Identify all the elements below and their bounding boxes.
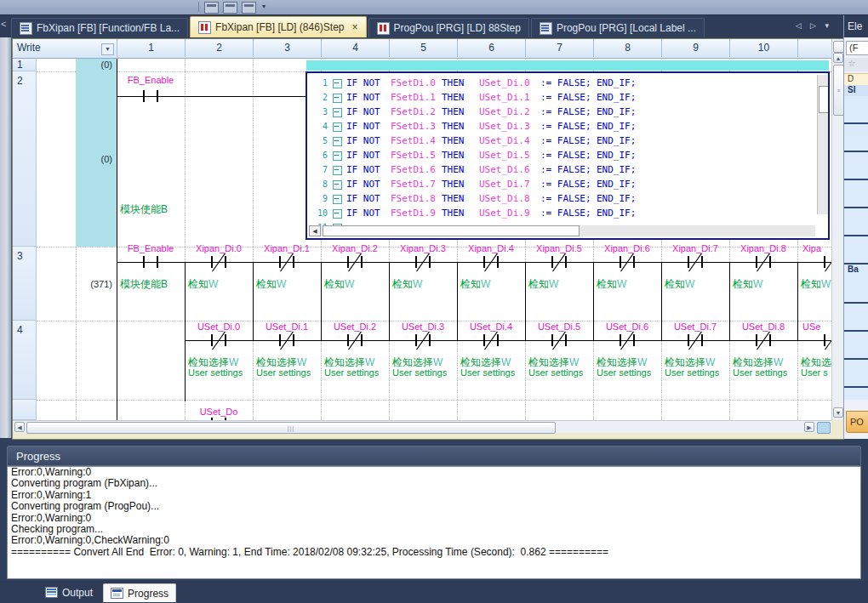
st-fold-icon[interactable] [333, 166, 342, 175]
st-code-line[interactable]: 8IF NOTFSetDi.7THENUSet_Di.7:= FALSE;END… [307, 178, 828, 192]
device-label[interactable]: Xipan_Di.4 [459, 243, 523, 253]
collapsed-panel-chevron-icon[interactable]: < [1, 19, 6, 29]
save-edit-icon[interactable] [242, 2, 256, 14]
scroll-up-icon[interactable]: ▲ [833, 53, 843, 63]
row-number-cell[interactable]: 4 [13, 321, 37, 400]
docked-panel-edge[interactable] [0, 37, 12, 438]
device-label[interactable]: FB_Enable [118, 243, 183, 253]
st-fold-icon[interactable] [333, 79, 342, 88]
st-fold-icon[interactable] [333, 108, 342, 117]
device-label[interactable]: Xipan_Di.6 [595, 243, 660, 253]
st-hscroll-thumb[interactable] [323, 225, 580, 236]
step-number-cell: (0) [76, 58, 117, 71]
device-label[interactable]: USet_Di.5 [527, 321, 591, 332]
ladder-horizontal-scrollbar[interactable]: ◀|||▶ [13, 420, 831, 433]
row-number-cell[interactable]: 1 [13, 58, 37, 71]
contact-bar [756, 334, 757, 346]
ladder-vertical-scrollbar[interactable]: ▲≡▼ [831, 39, 844, 420]
device-label[interactable]: USet_Di.2 [323, 321, 387, 332]
progress-log-line: Error:0,Warning:1 [8, 490, 860, 501]
progress-panel-titlebar[interactable]: Progress [7, 446, 861, 466]
st-code-line[interactable]: 4IF NOTFSetDi.3THENUSet_Di.3:= FALSE;END… [307, 120, 828, 134]
st-horizontal-scrollbar[interactable]: ◀ [309, 225, 815, 236]
pou-list-tab[interactable]: PO [846, 411, 868, 433]
document-tab[interactable]: FbXipan [FB] [Function/FB La... [11, 18, 188, 37]
st-fold-icon[interactable] [333, 209, 342, 219]
scroll-left-icon[interactable]: ◀ [309, 225, 321, 236]
hscroll-thumb[interactable]: ||| [26, 422, 556, 434]
device-label[interactable]: USe [802, 321, 831, 332]
toolbar-overflow-icon[interactable]: ▾ [262, 3, 266, 10]
device-label[interactable]: Xipan_Di.1 [254, 243, 319, 253]
edit-mode-dropdown[interactable]: ▼ [101, 43, 114, 55]
contact-bar [756, 256, 757, 268]
st-code-line[interactable]: 7IF NOTFSetDi.6THENUSet_Di.6:= FALSE;END… [307, 163, 828, 178]
st-fold-icon[interactable] [333, 94, 342, 103]
element-list-rows[interactable] [844, 276, 868, 400]
st-code-line[interactable]: 6IF NOTFSetDi.5THENUSet_Di.5:= FALSE;END… [307, 149, 828, 163]
progress-log-line: ========== Convert All End Error: 0, War… [8, 547, 860, 558]
device-label[interactable]: USet_Di.4 [459, 321, 523, 332]
device-label[interactable]: FB_Enable [118, 75, 183, 85]
ladder-document-icon [377, 22, 390, 35]
st-fold-icon[interactable] [333, 180, 342, 190]
row-number-cell[interactable]: 3 [13, 247, 37, 321]
st-fold-icon[interactable] [333, 137, 342, 146]
device-label[interactable]: Xipan_Di.2 [323, 243, 387, 253]
contact-bar [429, 256, 431, 268]
device-comment-line2: User s [801, 367, 828, 378]
st-code-line[interactable]: 10IF NOTFSetDi.9THENUSet_Di.9:= FALSE;EN… [307, 207, 828, 221]
close-icon[interactable]: × [351, 21, 357, 33]
switch-window-icon[interactable] [223, 2, 237, 14]
scroll-left-icon[interactable]: ◀ [14, 422, 25, 432]
dock-tab-progress[interactable]: Progress [103, 583, 176, 602]
device-label[interactable]: Xipan_Di.7 [663, 243, 728, 253]
scroll-right-icon[interactable]: ▶ [804, 422, 814, 432]
device-label[interactable]: Xipa [802, 243, 831, 253]
contact-bar [497, 256, 499, 268]
property-window-icon[interactable] [204, 2, 219, 14]
pane-splitter[interactable] [817, 422, 831, 434]
st-code-line[interactable]: 5IF NOTFSetDi.4THENUSet_Di.4:= FALSE;END… [307, 134, 828, 149]
device-label[interactable]: USet_Do [186, 407, 251, 417]
device-label[interactable]: Xipan_Di.0 [186, 243, 251, 253]
tab-scroll-controls[interactable]: ◁ ▷ ▾ [796, 21, 832, 30]
row-number-cell[interactable] [13, 400, 37, 420]
device-label[interactable]: Xipan_Di.5 [527, 243, 591, 253]
row-number-cell[interactable]: 2 [13, 71, 37, 247]
st-fold-icon[interactable] [333, 151, 342, 161]
device-label[interactable]: USet_Di.3 [391, 321, 455, 332]
contact-bar [279, 334, 281, 346]
document-tab[interactable]: ProgPou [PRG] [LD] 88Step [368, 18, 529, 37]
device-comment-text: 检知选择 [665, 356, 705, 368]
device-label[interactable]: Xipan_Di.8 [731, 243, 796, 253]
document-tab[interactable]: ProgPou [PRG] [Local Label ... [531, 18, 705, 37]
ladder-left-rail [117, 58, 117, 420]
st-vscroll-thumb[interactable] [819, 86, 830, 113]
document-tab[interactable]: FbXipan [FB] [LD] (846)Step× [190, 16, 366, 37]
device-label[interactable]: USet_Di.8 [731, 321, 796, 332]
st-inline-editor[interactable]: 1IF NOTFSetDi.0THENUSet_Di.0:= FALSE;END… [306, 71, 830, 240]
st-fold-icon[interactable] [333, 195, 342, 204]
device-label[interactable]: Xipan_Di.3 [391, 243, 455, 253]
device-label[interactable]: USet_Di.6 [595, 321, 660, 332]
ladder-canvas[interactable]: 1(0)2(0)3(371)4FB_Enable模块使能B1IF NOTFSet… [13, 58, 831, 420]
st-fold-icon[interactable] [333, 122, 342, 132]
st-code-line[interactable]: 2IF NOTFSetDi.1THENUSet_Di.1:= FALSE;END… [307, 91, 828, 105]
st-code-line[interactable]: 3IF NOTFSetDi.2THENUSet_Di.2:= FALSE;END… [307, 105, 828, 120]
st-code-line[interactable]: 1IF NOTFSetDi.0THENUSet_Di.0:= FALSE;END… [307, 77, 828, 91]
device-label[interactable]: USet_Di.1 [254, 321, 319, 332]
dock-tab-output[interactable]: Output [38, 583, 100, 601]
st-code-line[interactable]: 9IF NOTFSetDi.8THENUSet_Di.8:= FALSE;END… [307, 192, 828, 207]
element-list-rows[interactable] [844, 96, 868, 265]
device-comment-suffix: W [549, 278, 558, 290]
device-comment-text: 检知 [324, 278, 345, 290]
scroll-down-icon[interactable]: ▼ [833, 407, 843, 418]
device-label[interactable]: USet_Di.0 [186, 321, 251, 332]
favorite-star-icon[interactable]: ☆ [844, 58, 868, 71]
contact-bar [565, 334, 567, 346]
device-comment: 检知W [801, 277, 831, 292]
device-label[interactable]: USet_Di.7 [663, 321, 728, 332]
st-vertical-scrollbar[interactable] [817, 75, 829, 214]
element-search-input[interactable]: (F [846, 41, 868, 55]
